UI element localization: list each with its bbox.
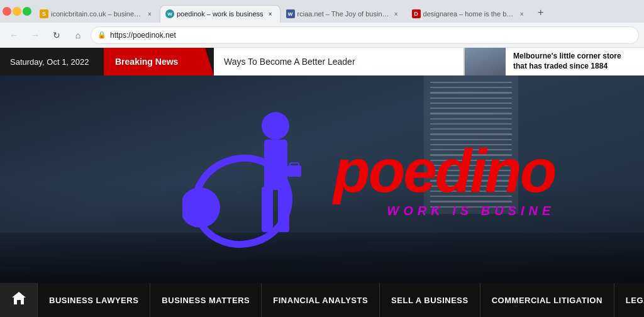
ticker-content: Ways To Become A Better Leader (224, 57, 355, 67)
tab-3-label: rciaa.net – The Joy of business (297, 10, 389, 18)
svg-point-3 (262, 112, 289, 140)
website-content: Saturday, Oct 1, 2022 Breaking News Ways… (0, 48, 644, 317)
tab-2-label: poedinok – work is business (177, 10, 264, 18)
tab-1-label: iconicbritain.co.uk – business, En... (51, 10, 143, 18)
tab-2-close[interactable]: × (266, 9, 275, 18)
lock-icon: 🔒 (97, 31, 106, 39)
nav-business-lawyers[interactable]: BUSINESS LAWYERS (38, 283, 150, 317)
navigation-bar: BUSINESS LAWYERS BUSINESS MATTERS FINANC… (0, 283, 644, 317)
tab-1-close[interactable]: × (145, 9, 154, 18)
tab-1[interactable]: S iconicbritain.co.uk – business, En... … (34, 5, 160, 23)
nav-business-matters[interactable]: BUSINESS MATTERS (150, 283, 262, 317)
breaking-news-label: Breaking News (115, 57, 178, 67)
brand-tagline: WORK IS BUSINE (333, 204, 555, 218)
ticker-text: Ways To Become A Better Leader (214, 48, 464, 75)
article-thumbnail (465, 48, 506, 75)
forward-button[interactable]: → (26, 26, 44, 44)
address-bar: ← → ↻ ⌂ 🔒 https://poedinok.net (0, 23, 644, 48)
breaking-news-badge: Breaking News (104, 48, 214, 75)
svg-rect-6 (278, 187, 289, 232)
article-title: Melbourne's little corner store that has… (506, 52, 644, 71)
tab-4-label: designarea – home is the best (423, 10, 515, 18)
brand-text-container: poedino WORK IS BUSINE (333, 141, 555, 218)
hero-section: poedino WORK IS BUSINE (0, 75, 644, 283)
svg-rect-8 (290, 163, 299, 167)
brand-name: poedino (333, 141, 555, 201)
home-nav-button[interactable] (0, 283, 38, 317)
window-close-button[interactable] (3, 7, 11, 16)
svg-rect-5 (262, 187, 273, 232)
date-display: Saturday, Oct 1, 2022 (0, 57, 104, 67)
nav-commercial-litigation[interactable]: COMMERCIAL LITIGATION (480, 283, 614, 317)
svg-point-2 (182, 187, 220, 228)
person-orbit-icon (182, 91, 327, 267)
nav-sell-business[interactable]: SELL A BUSINESS (380, 283, 480, 317)
tab-2[interactable]: W poedinok – work is business × (160, 5, 280, 23)
tab-bar: S iconicbritain.co.uk – business, En... … (0, 0, 644, 23)
tab-1-favicon: S (40, 9, 48, 18)
tab-3-favicon: W (286, 9, 295, 18)
tab-3[interactable]: W rciaa.net – The Joy of business × (280, 5, 406, 23)
tab-4[interactable]: D designarea – home is the best × (406, 5, 532, 23)
window-minimize-button[interactable] (13, 7, 21, 16)
top-bar: Saturday, Oct 1, 2022 Breaking News Ways… (0, 48, 644, 75)
home-button[interactable]: ⌂ (69, 26, 87, 44)
tab-4-close[interactable]: × (518, 9, 526, 18)
tab-3-close[interactable]: × (392, 9, 401, 18)
url-bar[interactable]: 🔒 https://poedinok.net (91, 26, 639, 44)
article-snippet[interactable]: Melbourne's little corner store that has… (464, 48, 644, 75)
back-button[interactable]: ← (5, 26, 23, 44)
svg-rect-4 (264, 140, 287, 190)
nav-legal-assistance[interactable]: LEGAL ASSISTANCE (614, 283, 644, 317)
home-nav-icon (11, 291, 27, 309)
browser-chrome: S iconicbritain.co.uk – business, En... … (0, 0, 644, 48)
article-thumb-image (465, 48, 506, 75)
tab-4-favicon: D (412, 9, 421, 18)
nav-financial-analysts[interactable]: FINANCIAL ANALYSTS (262, 283, 380, 317)
tab-2-favicon: W (165, 9, 174, 18)
url-text: https://poedinok.net (110, 31, 632, 40)
window-maximize-button[interactable] (23, 7, 31, 16)
new-tab-button[interactable]: + (532, 4, 550, 21)
reload-button[interactable]: ↻ (48, 26, 65, 44)
hero-logo-area: poedino WORK IS BUSINE (182, 82, 641, 277)
nav-items-container: BUSINESS LAWYERS BUSINESS MATTERS FINANC… (38, 283, 644, 317)
window-controls (3, 7, 31, 16)
